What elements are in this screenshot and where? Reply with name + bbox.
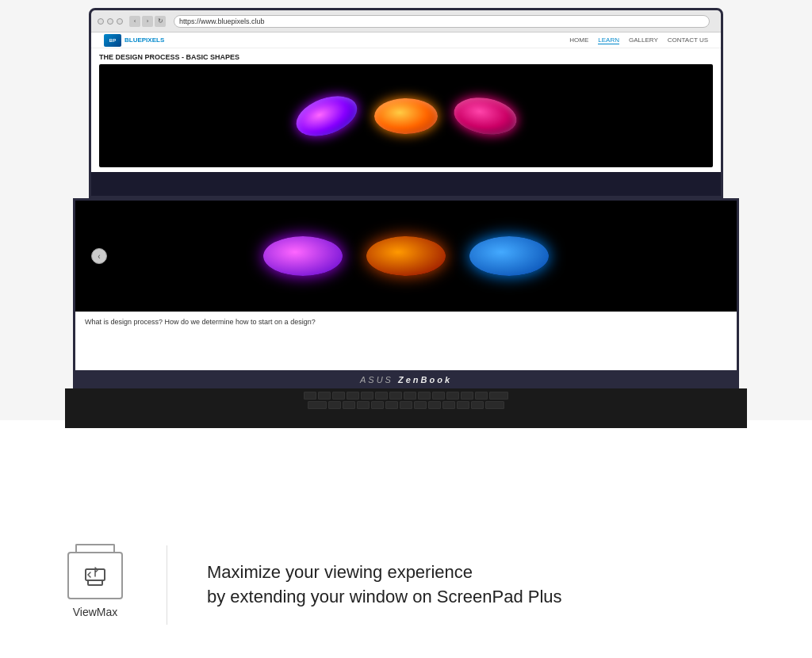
viewmax-feature-icon-box [67, 552, 123, 599]
info-heading-line1: Maximize your viewing experience [207, 562, 473, 582]
key [442, 401, 455, 409]
nav-gallery[interactable]: GALLERY [629, 36, 658, 44]
keyboard-keys [65, 388, 747, 428]
key [347, 392, 359, 400]
lens-pink [451, 93, 520, 139]
browser-maximize[interactable] [107, 18, 113, 25]
key [457, 401, 469, 409]
key [446, 392, 459, 400]
viewmax-feature-icon [84, 564, 106, 587]
info-heading: Maximize your viewing experience by exte… [207, 560, 764, 610]
logo-text: BLUEPIXELS [124, 36, 164, 44]
lens-bottom-purple [263, 236, 343, 276]
lens-bottom-blue [469, 236, 549, 276]
nav-learn[interactable]: LEARN [598, 36, 619, 44]
key [385, 401, 398, 409]
nav-contact[interactable]: CONTACT US [668, 36, 708, 44]
key [485, 401, 504, 409]
key [389, 392, 402, 400]
key [461, 392, 473, 400]
browser-nav-buttons: ‹ › ↻ [129, 16, 166, 27]
laptop-section: ‹ › ↻ https://www.bluepixels.club BP BLU… [0, 0, 812, 420]
info-text-area: Maximize your viewing experience by exte… [191, 560, 764, 610]
key [432, 392, 445, 400]
laptop-wrapper: ‹ › ↻ https://www.bluepixels.club BP BLU… [65, 8, 747, 420]
info-heading-line2: by extending your window on ScreenPad Pl… [207, 587, 562, 606]
key [304, 392, 316, 400]
zenbook-model-text: ZenBook [398, 375, 452, 384]
url-text: https://www.bluepixels.club [179, 17, 265, 25]
zenbook-brand-bar: ASUS ZenBook [73, 371, 739, 388]
key [343, 401, 355, 409]
lens-purple [291, 88, 363, 143]
key [375, 392, 388, 400]
key [357, 401, 370, 409]
key [489, 392, 508, 400]
keyboard-area [65, 388, 747, 428]
viewmax-feature-icon-inner [83, 564, 107, 587]
browser-close[interactable] [117, 18, 123, 25]
forward-arrow[interactable]: › [142, 16, 153, 27]
browser-bar: ‹ › ↻ https://www.bluepixels.club [91, 10, 721, 33]
zenbook-brand-text: ASUS [360, 375, 393, 384]
webpage-title: THE DESIGN PROCESS - BASIC SHAPES [99, 53, 713, 61]
key [371, 401, 384, 409]
key [400, 401, 412, 409]
top-screen: ‹ › ↻ https://www.bluepixels.club BP BLU… [89, 8, 723, 198]
key [471, 401, 484, 409]
info-divider [167, 545, 167, 625]
key [318, 392, 331, 400]
logo-icon: BP [104, 34, 121, 47]
key [414, 401, 427, 409]
website-nav: BP BLUEPIXELS HOME LEARN GALLERY CONTACT… [91, 33, 721, 48]
info-icon-area: ViewMax [48, 552, 143, 618]
webpage-content: THE DESIGN PROCESS - BASIC SHAPES [91, 48, 721, 172]
refresh-button[interactable]: ↻ [155, 16, 166, 27]
nav-home[interactable]: HOME [569, 36, 588, 44]
key [361, 392, 373, 400]
webpage-hero-image [99, 64, 713, 167]
lens-orange [374, 98, 438, 134]
key [332, 392, 345, 400]
key [328, 401, 341, 409]
lens-bottom-orange [366, 236, 446, 276]
screenpad-content: ‹ What is design process? How do we dete… [75, 201, 737, 370]
screenpad-plus: ‹ What is design process? How do we dete… [73, 198, 739, 373]
key [418, 392, 431, 400]
feature-label: ViewMax [73, 606, 118, 618]
key [475, 392, 488, 400]
back-arrow[interactable]: ‹ [129, 16, 140, 27]
prev-button[interactable]: ‹ [91, 248, 107, 264]
logo-area: BP BLUEPIXELS [104, 34, 164, 47]
key [404, 392, 416, 400]
url-bar[interactable]: https://www.bluepixels.club [174, 15, 710, 28]
info-section: ViewMax Maximize your viewing experience… [0, 511, 812, 658]
svg-rect-19 [88, 580, 102, 585]
browser-minimize[interactable] [98, 18, 104, 25]
webpage-caption: What is design process? How do we determ… [75, 312, 737, 332]
key [428, 401, 441, 409]
key [308, 401, 327, 409]
screenpad-image: ‹ [75, 201, 737, 312]
